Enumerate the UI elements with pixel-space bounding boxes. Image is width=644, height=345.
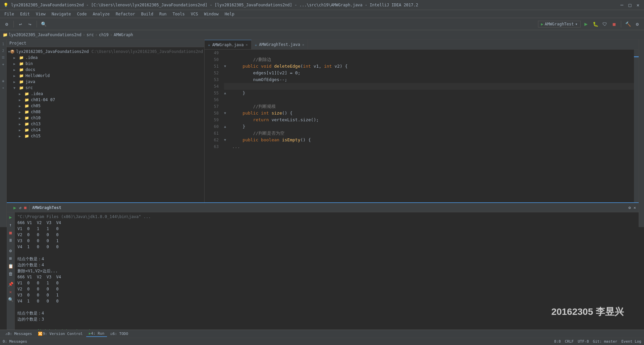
tab-amwgraph[interactable]: ☕ AMWGraph.java ✕ [205, 40, 252, 49]
run-side-stop[interactable]: ■ [7, 229, 14, 236]
comment-50: //删除边 [232, 56, 271, 63]
tree-ch05[interactable]: ▶ 📁 ch05 [7, 103, 204, 109]
minimize-button[interactable]: ─ [619, 2, 625, 8]
toolbar-undo[interactable]: ↩ [16, 20, 24, 28]
side-icon-1[interactable]: 1 [1, 41, 6, 47]
build-button[interactable]: 🔨 [624, 20, 632, 28]
code-62-rest: () { [301, 137, 311, 143]
tree-java[interactable]: ▶ 📁 java [7, 79, 204, 85]
close-button[interactable]: ✕ [635, 2, 641, 8]
tree-src-idea[interactable]: ▶ 📁 .idea [7, 91, 204, 97]
toolbar-redo[interactable]: ↪ [26, 20, 34, 28]
tab-amwgraghtest[interactable]: ☕ AMWGraghTest.java ✕ [252, 40, 308, 49]
tree-arrow-ch05: ▶ [19, 104, 24, 108]
breadcrumb-ch19[interactable]: ch19 [99, 32, 109, 37]
run-side-pin[interactable]: 📌 [7, 281, 14, 287]
run-side-search[interactable]: 🔍 [7, 296, 14, 303]
run-stop-button[interactable]: ■ [24, 205, 26, 210]
debug-button[interactable]: 🐛 [591, 20, 599, 28]
tab-run-label: 4: Run [91, 331, 104, 336]
side-icon-5[interactable]: ◉ [1, 78, 6, 83]
tree-idea[interactable]: ▶ 📁 .idea [7, 55, 204, 61]
tree-ch01[interactable]: ▶ 📁 ch01-04 07 [7, 97, 204, 103]
tab-todo-label: 6: TODO [113, 332, 128, 336]
run-close-btn[interactable]: ✕ [634, 205, 636, 210]
status-line-ending[interactable]: CRLF [565, 339, 574, 344]
menu-item-tools[interactable]: Tools [170, 11, 187, 17]
tree-ch14[interactable]: ▶ 📁 ch14 [7, 127, 204, 133]
toolbar-search[interactable]: 🔍 [40, 20, 48, 28]
side-icon-2[interactable]: 2 [1, 48, 6, 53]
tree-src[interactable]: ▼ 📁 src [7, 85, 204, 91]
editor-scrollbar[interactable] [634, 50, 639, 220]
tree-root[interactable]: ▼ 📦 lyx20162305_JavaFoundations2nd C:\Us… [7, 49, 204, 55]
side-icon-3[interactable]: ☰ [1, 55, 6, 60]
menu-item-code[interactable]: Code [74, 11, 90, 17]
breadcrumb-src[interactable]: src [87, 32, 94, 37]
toolbar-icon-1[interactable]: ⚙ [3, 20, 11, 28]
menu-item-help[interactable]: Help [222, 11, 237, 17]
run-output[interactable]: "C:\Program Files (x86)\Java\jdk1.8.0_14… [15, 212, 639, 330]
menu-item-refactor[interactable]: Refactor [113, 11, 138, 17]
run-side-pause[interactable]: ⏸ [7, 237, 14, 244]
code-editor[interactable]: 49 50 51 52 53 54 55 56 57 58 59 60 61 6… [205, 50, 639, 220]
status-git[interactable]: Git: master [593, 339, 618, 344]
code-content[interactable]: //删除边 ▼ public void deleteEdge(int v1, i… [221, 50, 634, 220]
run-side-up[interactable]: ↑ [7, 221, 14, 228]
side-icon-6[interactable]: ★ [1, 85, 6, 90]
run-side-x[interactable]: ✕ [7, 288, 14, 295]
tab-todo[interactable]: ☑ 6: TODO [108, 331, 131, 337]
tree-ch13-icon: 📁 [24, 121, 30, 127]
fn-62: isEmpty [282, 137, 301, 143]
tree-docs[interactable]: ▶ 📁 docs [7, 67, 204, 73]
run-side-play[interactable]: ▶ [7, 214, 14, 220]
status-encoding[interactable]: UTF-8 [578, 339, 589, 344]
tree-bin[interactable]: ▶ 📁 bin [7, 61, 204, 67]
run-side-settings[interactable]: ⚙ [7, 247, 14, 254]
run-play-button[interactable]: ▶ [13, 205, 16, 210]
breadcrumb-project[interactable]: 📁 lyx20162305_JavaFoundations2nd [3, 32, 82, 37]
tree-ch15[interactable]: ▶ 📁 ch15 [7, 133, 204, 139]
tree-helloworld[interactable]: ▶ 📁 HelloWorld [7, 73, 204, 79]
run-button[interactable]: ▶ [582, 20, 590, 28]
status-position[interactable]: 8:8 [554, 339, 561, 344]
run-settings-btn[interactable]: ⚙ [629, 205, 631, 210]
run-side-scroll[interactable]: 📋 [7, 263, 14, 269]
menu-item-navigate[interactable]: Navigate [49, 11, 74, 17]
run-side-clear[interactable]: 🗑 [7, 270, 14, 277]
tree-src-idea-icon: 📁 [24, 91, 30, 96]
stop-button[interactable]: ■ [610, 20, 618, 28]
menu-item-run[interactable]: Run [157, 11, 169, 17]
run-side-filter[interactable]: ⊞ [7, 255, 14, 262]
menu-item-file[interactable]: File [2, 11, 17, 17]
code-63: ... [232, 143, 240, 150]
tree-ch10[interactable]: ▶ 📁 ch10 [7, 115, 204, 121]
menu-item-build[interactable]: Build [139, 11, 156, 17]
menu-item-analyze[interactable]: Analyze [90, 11, 112, 17]
tree-ch13[interactable]: ▶ 📁 ch13 [7, 121, 204, 127]
status-event-log[interactable]: Event Log [621, 339, 641, 344]
side-icon-4[interactable]: ◈ [1, 61, 6, 67]
status-messages[interactable]: 0: Messages [3, 339, 27, 344]
run-out-17: 边的个数是：3 [17, 316, 636, 322]
tree-ch08[interactable]: ▶ 📁 ch08 [7, 109, 204, 115]
tab-version-control[interactable]: 🔀 9: Version Control [35, 331, 85, 337]
tab-messages[interactable]: ⚠ 0: Messages [3, 331, 35, 337]
run-config-selector[interactable]: ▶ AMWGraghTest ▾ [538, 21, 581, 27]
menu-item-window[interactable]: Window [201, 11, 221, 17]
kw-boolean-62: boolean [261, 137, 282, 143]
tab-close-2[interactable]: ✕ [302, 43, 304, 47]
coverage-button[interactable]: 🛡 [601, 20, 609, 28]
tree-hw-icon: 📁 [19, 73, 24, 78]
settings-button[interactable]: ⚙ [633, 20, 641, 28]
menu-item-view[interactable]: View [33, 11, 48, 17]
tab-close-1[interactable]: ✕ [246, 43, 248, 47]
run-rerun-button[interactable]: ↺ [19, 205, 21, 210]
toolbar-sep-3 [621, 21, 621, 27]
menu-item-vcs[interactable]: VCS [188, 11, 201, 17]
breadcrumb-amwgraph[interactable]: AMWGraph [114, 32, 133, 37]
tab-run[interactable]: ▶ 4: Run [86, 331, 107, 337]
menu-item-edit[interactable]: Edit [17, 11, 33, 17]
kw-int-58: int [261, 110, 271, 117]
maximize-button[interactable]: □ [627, 2, 633, 8]
